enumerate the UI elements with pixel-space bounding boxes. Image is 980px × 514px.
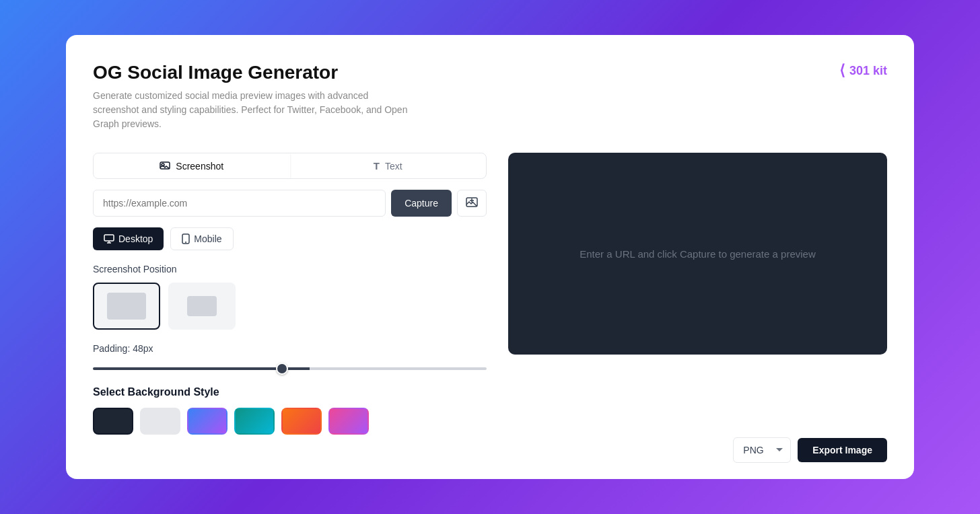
desktop-label: Desktop xyxy=(118,233,153,244)
desktop-icon xyxy=(104,234,114,244)
url-row: Capture xyxy=(93,190,487,217)
app-title: OG Social Image Generator xyxy=(93,62,416,83)
preview-panel: Enter a URL and click Capture to generat… xyxy=(508,153,887,355)
app-description: Generate customized social media preview… xyxy=(93,89,416,131)
main-content: Screenshot T Text Capture xyxy=(93,153,887,435)
bottom-bar: PNG JPG WebP Export Image xyxy=(733,437,887,463)
padding-slider[interactable] xyxy=(93,367,487,370)
tab-screenshot[interactable]: Screenshot xyxy=(94,153,290,178)
bg-section-label: Select Background Style xyxy=(93,386,487,398)
mobile-label: Mobile xyxy=(194,233,221,244)
preview-placeholder: Enter a URL and click Capture to generat… xyxy=(580,248,815,260)
mobile-icon xyxy=(182,233,190,244)
device-row: Desktop Mobile xyxy=(93,227,487,250)
bg-options xyxy=(93,408,487,435)
slider-container xyxy=(93,361,487,373)
position-section-label: Screenshot Position xyxy=(93,264,487,274)
svg-rect-3 xyxy=(104,235,114,241)
svg-point-5 xyxy=(185,242,186,243)
tab-screenshot-label: Screenshot xyxy=(176,161,223,172)
position-centered[interactable] xyxy=(168,283,236,330)
left-panel: Screenshot T Text Capture xyxy=(93,153,487,435)
upload-icon xyxy=(466,197,478,209)
title-block: OG Social Image Generator Generate custo… xyxy=(93,62,416,131)
bg-option-dark[interactable] xyxy=(93,408,133,435)
position-grid xyxy=(93,283,487,330)
bg-option-teal[interactable] xyxy=(234,408,275,435)
brand-name: 301 kit xyxy=(849,64,887,78)
tab-text-label: Text xyxy=(385,161,403,172)
header: OG Social Image Generator Generate custo… xyxy=(93,62,887,131)
bg-option-pink[interactable] xyxy=(328,408,369,435)
url-input[interactable] xyxy=(93,190,386,217)
screenshot-icon xyxy=(160,161,170,172)
bg-option-orange[interactable] xyxy=(281,408,322,435)
mobile-button[interactable]: Mobile xyxy=(170,227,233,250)
tab-bar: Screenshot T Text xyxy=(93,153,487,179)
upload-button[interactable] xyxy=(457,190,487,217)
position-full-inner xyxy=(107,293,146,320)
desktop-button[interactable]: Desktop xyxy=(93,227,164,250)
brand-icon: ⟨ xyxy=(839,62,845,79)
brand-logo: ⟨ 301 kit xyxy=(839,62,887,79)
tab-text[interactable]: T Text xyxy=(290,153,487,178)
padding-label: Padding: 48px xyxy=(93,343,487,354)
format-select[interactable]: PNG JPG WebP xyxy=(733,437,791,463)
header-top: OG Social Image Generator Generate custo… xyxy=(93,62,887,131)
text-icon: T xyxy=(374,160,380,172)
bg-option-blue-purple[interactable] xyxy=(187,408,228,435)
main-card: OG Social Image Generator Generate custo… xyxy=(66,35,914,479)
position-full[interactable] xyxy=(93,283,160,330)
position-centered-inner xyxy=(187,296,216,316)
capture-button[interactable]: Capture xyxy=(391,190,452,217)
export-button[interactable]: Export Image xyxy=(798,438,887,462)
bg-option-light[interactable] xyxy=(140,408,180,435)
